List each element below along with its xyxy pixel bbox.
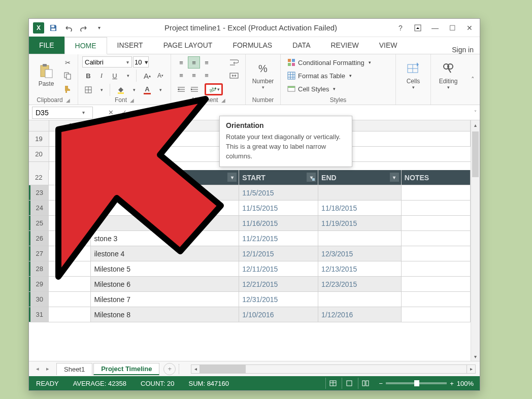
cell-milestone[interactable]: Milestone 7: [91, 292, 239, 307]
cell-start[interactable]: 11/16/2015: [239, 216, 318, 230]
zoom-thumb[interactable]: [414, 380, 419, 386]
save-icon[interactable]: [47, 22, 59, 34]
tab-nav-next-icon[interactable]: ▸: [43, 363, 52, 375]
vertical-scrollbar[interactable]: ▴ ▾: [471, 120, 480, 361]
cell-notes[interactable]: [402, 277, 471, 291]
row-header[interactable]: 20: [29, 147, 49, 161]
row-header[interactable]: 26: [29, 231, 49, 246]
row-header[interactable]: 25: [29, 216, 49, 230]
view-normal-icon[interactable]: [325, 378, 341, 389]
close-button[interactable]: ✕: [461, 21, 478, 35]
cancel-formula-icon[interactable]: ✕: [104, 107, 117, 119]
cell[interactable]: [49, 292, 91, 307]
redo-icon[interactable]: [78, 22, 90, 34]
row-header[interactable]: 23: [29, 185, 49, 200]
view-page-layout-icon[interactable]: [342, 378, 357, 389]
row-header[interactable]: 28: [29, 261, 49, 276]
cell-notes[interactable]: [402, 216, 471, 230]
cell-start[interactable]: 11/5/2015: [239, 185, 318, 200]
scroll-up-icon[interactable]: ▴: [471, 120, 480, 129]
cell[interactable]: [49, 307, 91, 322]
number-format-button[interactable]: % Number ▾: [250, 56, 276, 93]
borders-icon[interactable]: [82, 84, 94, 96]
font-color-more-icon[interactable]: ▾: [154, 84, 167, 96]
cell[interactable]: [49, 277, 91, 291]
chevron-down-icon[interactable]: ▾: [79, 110, 87, 115]
filter-icon[interactable]: ▾: [390, 173, 399, 182]
font-color-icon[interactable]: A: [141, 84, 153, 96]
sheet-tab-project-timeline[interactable]: Project Timeline: [93, 363, 159, 375]
paste-button[interactable]: Paste: [33, 56, 59, 93]
cell-notes[interactable]: [402, 292, 471, 307]
cell-milestone[interactable]: [91, 201, 239, 215]
table-header-start[interactable]: START▾: [239, 170, 318, 185]
orientation-button[interactable]: ab▾: [205, 83, 223, 95]
tab-review[interactable]: REVIEW: [320, 37, 369, 54]
tab-data[interactable]: DATA: [282, 37, 320, 54]
italic-button[interactable]: I: [95, 70, 108, 82]
tab-formulas[interactable]: FORMULAS: [222, 37, 282, 54]
align-left-icon[interactable]: ≡: [175, 69, 187, 81]
enter-formula-icon[interactable]: ✓: [117, 107, 130, 119]
cell-start[interactable]: 11/15/2015: [239, 201, 318, 215]
tab-nav-prev-icon[interactable]: ◂: [33, 363, 42, 375]
cell-end[interactable]: [318, 185, 402, 200]
cell-start[interactable]: 12/11/2015: [239, 261, 318, 276]
font-size-selector[interactable]: ▾: [133, 56, 149, 68]
help-button[interactable]: ?: [392, 21, 409, 35]
minimize-button[interactable]: —: [427, 21, 443, 35]
cell-milestone[interactable]: Milestone 6: [91, 277, 239, 291]
cell-milestone[interactable]: stone 3: [91, 231, 239, 246]
align-center-icon[interactable]: ≡: [188, 69, 200, 81]
cell-end[interactable]: [318, 292, 402, 307]
increase-font-icon[interactable]: A▴: [141, 70, 153, 82]
cell-notes[interactable]: [402, 261, 471, 276]
chevron-down-icon[interactable]: ▾: [123, 59, 131, 65]
bold-button[interactable]: B: [82, 70, 94, 82]
zoom-in-icon[interactable]: +: [450, 380, 454, 387]
qat-customize-icon[interactable]: ▾: [93, 22, 105, 34]
row-header[interactable]: [29, 162, 49, 170]
cell-start[interactable]: 1/10/2016: [239, 307, 318, 322]
collapse-ribbon-icon[interactable]: ˄: [466, 54, 480, 105]
tab-file[interactable]: FILE: [29, 37, 64, 54]
cell[interactable]: [49, 216, 91, 230]
underline-button[interactable]: U: [109, 70, 121, 82]
tab-view[interactable]: VIEW: [369, 37, 408, 54]
cell[interactable]: [49, 170, 91, 185]
row-header[interactable]: 29: [29, 277, 49, 291]
tab-home[interactable]: HOME: [64, 37, 107, 54]
scroll-right-icon[interactable]: ▸: [467, 364, 476, 374]
cell-end[interactable]: [318, 231, 402, 246]
font-name-input[interactable]: [83, 58, 123, 66]
align-bottom-icon[interactable]: ≡: [201, 56, 213, 69]
insert-function-icon[interactable]: fx: [130, 107, 144, 119]
merge-center-icon[interactable]: [227, 70, 241, 82]
cells-button[interactable]: Cells▾: [400, 56, 426, 93]
cell-start[interactable]: 12/21/2015: [239, 277, 318, 291]
scroll-thumb[interactable]: [472, 131, 479, 177]
cell-notes[interactable]: [402, 231, 471, 246]
sign-in-link[interactable]: Sign in: [452, 46, 480, 54]
cell-notes[interactable]: [402, 307, 471, 322]
view-page-break-icon[interactable]: [358, 378, 373, 389]
cell[interactable]: [49, 131, 92, 146]
chevron-down-icon[interactable]: ▾: [145, 58, 148, 66]
name-box[interactable]: ▾: [32, 107, 93, 119]
cell-styles-button[interactable]: Cell Styles▾: [285, 83, 338, 95]
cell-milestone[interactable]: Milestone 8: [91, 307, 239, 322]
scroll-left-icon[interactable]: ◂: [191, 364, 200, 374]
cell-notes[interactable]: [402, 246, 471, 261]
font-name-selector[interactable]: ▾: [82, 56, 132, 68]
decrease-font-icon[interactable]: A▾: [154, 70, 167, 82]
cell-notes[interactable]: [402, 201, 471, 215]
row-header[interactable]: 19: [29, 131, 49, 146]
table-header-milestone[interactable]: ▾: [91, 170, 239, 185]
table-header-notes[interactable]: NOTES: [402, 170, 471, 185]
font-dialog-launcher[interactable]: ◢: [130, 97, 134, 103]
sheet-tab-sheet1[interactable]: Sheet1: [56, 363, 92, 375]
zoom-level[interactable]: 100%: [457, 380, 474, 387]
align-top-icon[interactable]: ≡: [175, 56, 187, 69]
format-as-table-button[interactable]: Format as Table▾: [285, 70, 354, 82]
zoom-track[interactable]: [386, 382, 447, 384]
